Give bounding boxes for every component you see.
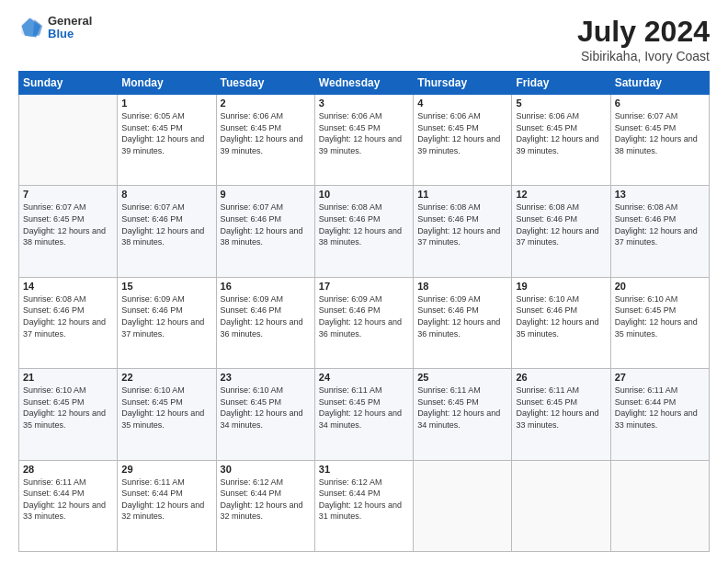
calendar-cell: 12Sunrise: 6:08 AM Sunset: 6:46 PM Dayli… xyxy=(512,186,610,277)
day-detail: Sunrise: 6:06 AM Sunset: 6:45 PM Dayligh… xyxy=(319,110,409,156)
day-number: 18 xyxy=(417,281,507,292)
calendar-cell: 16Sunrise: 6:09 AM Sunset: 6:46 PM Dayli… xyxy=(216,277,314,368)
day-detail: Sunrise: 6:07 AM Sunset: 6:45 PM Dayligh… xyxy=(23,201,113,247)
calendar-cell: 23Sunrise: 6:10 AM Sunset: 6:45 PM Dayli… xyxy=(216,369,314,460)
calendar-cell: 27Sunrise: 6:11 AM Sunset: 6:44 PM Dayli… xyxy=(610,369,709,460)
calendar-cell: 7Sunrise: 6:07 AM Sunset: 6:45 PM Daylig… xyxy=(19,186,118,277)
day-number: 21 xyxy=(23,372,113,383)
calendar-cell: 31Sunrise: 6:12 AM Sunset: 6:44 PM Dayli… xyxy=(314,460,413,551)
day-number: 17 xyxy=(319,281,409,292)
day-number: 30 xyxy=(221,464,311,475)
day-number: 3 xyxy=(319,98,409,109)
day-number: 29 xyxy=(121,464,211,475)
day-detail: Sunrise: 6:10 AM Sunset: 6:45 PM Dayligh… xyxy=(23,385,113,431)
day-detail: Sunrise: 6:09 AM Sunset: 6:46 PM Dayligh… xyxy=(221,293,311,339)
day-detail: Sunrise: 6:12 AM Sunset: 6:44 PM Dayligh… xyxy=(221,477,311,523)
day-number: 7 xyxy=(23,189,113,200)
day-number: 26 xyxy=(516,372,606,383)
day-number: 24 xyxy=(319,372,409,383)
calendar-cell: 8Sunrise: 6:07 AM Sunset: 6:46 PM Daylig… xyxy=(118,186,216,277)
calendar-week-row: 28Sunrise: 6:11 AM Sunset: 6:44 PM Dayli… xyxy=(19,460,710,551)
location: Sibirikaha, Ivory Coast xyxy=(577,49,710,63)
calendar-cell: 9Sunrise: 6:07 AM Sunset: 6:46 PM Daylig… xyxy=(216,186,314,277)
calendar-cell: 21Sunrise: 6:10 AM Sunset: 6:45 PM Dayli… xyxy=(19,369,118,460)
calendar: SundayMondayTuesdayWednesdayThursdayFrid… xyxy=(18,71,710,552)
calendar-cell: 17Sunrise: 6:09 AM Sunset: 6:46 PM Dayli… xyxy=(314,277,413,368)
day-detail: Sunrise: 6:06 AM Sunset: 6:45 PM Dayligh… xyxy=(516,110,606,156)
calendar-cell: 5Sunrise: 6:06 AM Sunset: 6:45 PM Daylig… xyxy=(512,95,610,186)
day-number: 20 xyxy=(615,281,705,292)
day-number: 19 xyxy=(516,281,606,292)
day-number: 31 xyxy=(319,464,409,475)
day-detail: Sunrise: 6:09 AM Sunset: 6:46 PM Dayligh… xyxy=(319,293,409,339)
day-number: 8 xyxy=(121,189,211,200)
calendar-cell: 2Sunrise: 6:06 AM Sunset: 6:45 PM Daylig… xyxy=(216,95,314,186)
day-detail: Sunrise: 6:07 AM Sunset: 6:46 PM Dayligh… xyxy=(221,201,311,247)
day-detail: Sunrise: 6:10 AM Sunset: 6:45 PM Dayligh… xyxy=(221,385,311,431)
weekday-header-row: SundayMondayTuesdayWednesdayThursdayFrid… xyxy=(19,72,710,95)
day-number: 5 xyxy=(516,98,606,109)
day-detail: Sunrise: 6:05 AM Sunset: 6:45 PM Dayligh… xyxy=(121,110,211,156)
calendar-cell: 4Sunrise: 6:06 AM Sunset: 6:45 PM Daylig… xyxy=(414,95,512,186)
calendar-cell: 1Sunrise: 6:05 AM Sunset: 6:45 PM Daylig… xyxy=(118,95,216,186)
day-detail: Sunrise: 6:12 AM Sunset: 6:44 PM Dayligh… xyxy=(319,477,409,523)
calendar-cell: 20Sunrise: 6:10 AM Sunset: 6:45 PM Dayli… xyxy=(610,277,709,368)
day-detail: Sunrise: 6:09 AM Sunset: 6:46 PM Dayligh… xyxy=(417,293,507,339)
day-detail: Sunrise: 6:10 AM Sunset: 6:45 PM Dayligh… xyxy=(121,385,211,431)
logo-blue: Blue xyxy=(48,28,92,40)
calendar-week-row: 7Sunrise: 6:07 AM Sunset: 6:45 PM Daylig… xyxy=(19,186,710,277)
day-number: 6 xyxy=(615,98,705,109)
calendar-cell: 10Sunrise: 6:08 AM Sunset: 6:46 PM Dayli… xyxy=(314,186,413,277)
day-detail: Sunrise: 6:11 AM Sunset: 6:44 PM Dayligh… xyxy=(23,477,113,523)
calendar-cell: 11Sunrise: 6:08 AM Sunset: 6:46 PM Dayli… xyxy=(414,186,512,277)
day-detail: Sunrise: 6:08 AM Sunset: 6:46 PM Dayligh… xyxy=(516,201,606,247)
calendar-cell: 29Sunrise: 6:11 AM Sunset: 6:44 PM Dayli… xyxy=(118,460,216,551)
calendar-week-row: 14Sunrise: 6:08 AM Sunset: 6:46 PM Dayli… xyxy=(19,277,710,368)
day-detail: Sunrise: 6:06 AM Sunset: 6:45 PM Dayligh… xyxy=(221,110,311,156)
weekday-header: Monday xyxy=(118,72,216,95)
day-detail: Sunrise: 6:10 AM Sunset: 6:45 PM Dayligh… xyxy=(615,293,705,339)
calendar-cell: 24Sunrise: 6:11 AM Sunset: 6:45 PM Dayli… xyxy=(314,369,413,460)
day-number: 4 xyxy=(417,98,507,109)
day-detail: Sunrise: 6:11 AM Sunset: 6:45 PM Dayligh… xyxy=(319,385,409,431)
day-number: 28 xyxy=(23,464,113,475)
logo-general: General xyxy=(48,15,92,28)
day-number: 16 xyxy=(221,281,311,292)
calendar-cell: 3Sunrise: 6:06 AM Sunset: 6:45 PM Daylig… xyxy=(314,95,413,186)
calendar-cell xyxy=(610,460,709,551)
calendar-cell xyxy=(19,95,118,186)
day-number: 15 xyxy=(121,281,211,292)
calendar-cell: 25Sunrise: 6:11 AM Sunset: 6:45 PM Dayli… xyxy=(414,369,512,460)
day-detail: Sunrise: 6:11 AM Sunset: 6:45 PM Dayligh… xyxy=(516,385,606,431)
weekday-header: Friday xyxy=(512,72,610,95)
day-detail: Sunrise: 6:08 AM Sunset: 6:46 PM Dayligh… xyxy=(417,201,507,247)
day-detail: Sunrise: 6:07 AM Sunset: 6:46 PM Dayligh… xyxy=(121,201,211,247)
day-number: 10 xyxy=(319,189,409,200)
logo-icon xyxy=(18,15,44,40)
day-number: 9 xyxy=(221,189,311,200)
weekday-header: Tuesday xyxy=(216,72,314,95)
day-detail: Sunrise: 6:11 AM Sunset: 6:44 PM Dayligh… xyxy=(121,477,211,523)
day-detail: Sunrise: 6:08 AM Sunset: 6:46 PM Dayligh… xyxy=(615,201,705,247)
weekday-header: Thursday xyxy=(414,72,512,95)
day-detail: Sunrise: 6:10 AM Sunset: 6:46 PM Dayligh… xyxy=(516,293,606,339)
day-number: 23 xyxy=(221,372,311,383)
weekday-header: Sunday xyxy=(19,72,118,95)
calendar-cell: 19Sunrise: 6:10 AM Sunset: 6:46 PM Dayli… xyxy=(512,277,610,368)
month-year: July 2024 xyxy=(577,15,710,49)
calendar-cell: 18Sunrise: 6:09 AM Sunset: 6:46 PM Dayli… xyxy=(414,277,512,368)
day-number: 2 xyxy=(221,98,311,109)
calendar-cell: 22Sunrise: 6:10 AM Sunset: 6:45 PM Dayli… xyxy=(118,369,216,460)
logo: General Blue xyxy=(18,15,92,41)
calendar-cell xyxy=(414,460,512,551)
calendar-cell: 28Sunrise: 6:11 AM Sunset: 6:44 PM Dayli… xyxy=(19,460,118,551)
day-detail: Sunrise: 6:07 AM Sunset: 6:45 PM Dayligh… xyxy=(615,110,705,156)
calendar-week-row: 21Sunrise: 6:10 AM Sunset: 6:45 PM Dayli… xyxy=(19,369,710,460)
day-number: 27 xyxy=(615,372,705,383)
day-number: 11 xyxy=(417,189,507,200)
day-number: 12 xyxy=(516,189,606,200)
calendar-cell: 6Sunrise: 6:07 AM Sunset: 6:45 PM Daylig… xyxy=(610,95,709,186)
weekday-header: Wednesday xyxy=(314,72,413,95)
day-number: 13 xyxy=(615,189,705,200)
day-number: 14 xyxy=(23,281,113,292)
